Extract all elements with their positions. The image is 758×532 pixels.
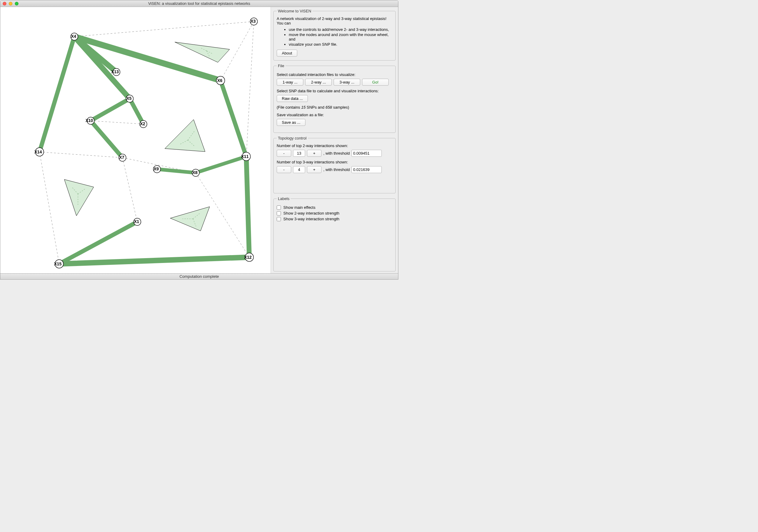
labels-panel: Labels Show main effects Show 2-way inte… [273,196,396,272]
topology-threeway-row: - + , with threshold [277,166,392,173]
svg-marker-13 [175,42,230,62]
twoway-thresh-label: , with threshold [323,151,350,155]
traffic-lights [0,2,18,6]
app-window: ViSEN: a visualization tool for statisti… [0,0,398,280]
node-X8[interactable]: X8 [192,169,199,177]
threeway-strength-checkbox[interactable] [277,217,281,221]
file-calc-row: 1-way ... 2-way ... 3-way ... Go! [277,79,392,85]
topology-twoway-row: - + , with threshold [277,150,392,157]
threeway-strength-label: Show 3-way interaction strength [283,217,339,221]
svg-text:X1: X1 [134,219,139,224]
welcome-list: use the controls to add/remove 2- and 3-… [277,27,392,47]
svg-line-24 [221,81,246,156]
file-sample-count: 658 [326,105,332,110]
node-X5[interactable]: X5 [126,95,133,102]
twoway-strength-label: Show 2-way interaction strength [283,211,339,216]
file-save-row: Save as ... [277,119,392,126]
welcome-bullet: move the nodes around and zoom with the … [289,32,392,42]
svg-text:X2: X2 [140,121,145,126]
threeway-button[interactable]: 3-way ... [333,79,360,85]
node-X2[interactable]: X2 [140,120,147,128]
welcome-bullet: use the controls to add/remove 2- and 3-… [289,27,392,32]
file-info-suffix: samples) [332,105,349,110]
saveas-button[interactable]: Save as ... [277,119,305,126]
main-effects-checkbox[interactable] [277,206,281,210]
threeway-count-input[interactable] [293,166,305,173]
node-X12[interactable]: X12 [244,253,254,261]
node-X6[interactable]: X6 [217,76,225,85]
file-legend: File [277,64,286,68]
node-X15[interactable]: X15 [54,260,64,268]
triangles [64,42,230,231]
file-select-calc-label: Select calculated interaction files to v… [277,72,392,77]
node-X13[interactable]: X13 [111,68,120,76]
svg-line-1 [75,21,254,37]
svg-line-28 [59,257,250,264]
svg-text:X6: X6 [217,78,223,83]
threeway-strength-row[interactable]: Show 3-way interaction strength [277,217,392,221]
node-X14[interactable]: X14 [35,148,44,156]
file-panel: File Select calculated interaction files… [273,64,396,133]
node-X3[interactable]: X3 [250,18,258,25]
svg-text:X11: X11 [241,154,249,159]
node-X7[interactable]: X7 [119,154,126,161]
svg-text:X5: X5 [126,96,132,101]
svg-line-23 [91,121,122,158]
svg-text:X15: X15 [54,261,62,266]
go-button[interactable]: Go! [362,79,389,85]
threeway-plus-button[interactable]: + [307,166,322,173]
node-X4[interactable]: X4 [71,33,78,40]
statusbar: Computation complete [0,273,398,279]
minimize-icon[interactable] [9,2,13,6]
svg-line-7 [91,121,144,124]
welcome-legend: Welcome to ViSEN [277,9,312,13]
topology-twoway-label: Number of top 2-way interactions shown: [277,144,392,148]
topology-threeway-label: Number of top 3-way interactions shown: [277,160,392,164]
svg-marker-15 [64,180,94,216]
svg-text:X4: X4 [71,34,76,39]
svg-line-27 [246,156,250,257]
welcome-intro: A network visualization of 2-way and 3-w… [277,17,392,25]
threeway-minus-button[interactable]: - [277,166,291,173]
status-text: Computation complete [180,274,219,279]
titlebar[interactable]: ViSEN: a visualization tool for statisti… [0,0,398,7]
close-icon[interactable] [3,2,6,6]
oneway-button[interactable]: 1-way ... [277,79,303,85]
node-X9[interactable]: X9 [154,166,161,173]
twoway-count-input[interactable] [293,150,305,157]
twoway-strength-checkbox[interactable] [277,211,281,216]
svg-line-22 [91,99,130,121]
svg-line-4 [40,152,122,158]
svg-text:X8: X8 [192,170,198,175]
twoway-thresh-input[interactable] [352,150,382,157]
svg-text:X13: X13 [111,69,119,74]
topology-legend: Topology control [277,136,308,140]
twoway-plus-button[interactable]: + [307,150,322,157]
twoway-minus-button[interactable]: - [277,150,291,157]
svg-text:X10: X10 [86,118,93,123]
maximize-icon[interactable] [15,2,18,6]
twoway-button[interactable]: 2-way ... [305,79,332,85]
file-save-label: Save visualization as a file: [277,113,392,117]
twoway-strength-row[interactable]: Show 2-way interaction strength [277,211,392,216]
node-X1[interactable]: X1 [134,218,141,225]
node-X10[interactable]: X10 [86,117,94,124]
threeway-thresh-input[interactable] [352,166,382,173]
svg-marker-14 [165,119,205,151]
about-button[interactable]: About [277,50,297,56]
file-select-snp-label: Select SNP data file to calculate and vi… [277,89,392,93]
main-effects-row[interactable]: Show main effects [277,205,392,210]
rawdata-button[interactable]: Raw data ... [277,95,308,102]
file-snp-count: 15 [301,105,305,110]
file-info: (File contains 15 SNPs and 658 samples) [277,105,392,110]
welcome-bullet: visualize your own SNP file. [289,42,392,47]
svg-line-5 [122,158,137,222]
content-area: X3 X4 X13 X6 X5 X10 X2 X14 X7 X11 X9 X8 … [0,7,398,273]
network-svg[interactable]: X3 X4 X13 X6 X5 X10 X2 X14 X7 X11 X9 X8 … [0,7,271,273]
network-canvas[interactable]: X3 X4 X13 X6 X5 X10 X2 X14 X7 X11 X9 X8 … [0,7,271,273]
page-title: ViSEN: a visualization tool for statisti… [0,1,398,6]
svg-text:X7: X7 [119,155,124,160]
svg-line-9 [40,152,59,264]
svg-line-26 [196,156,246,173]
svg-text:X14: X14 [35,150,42,154]
